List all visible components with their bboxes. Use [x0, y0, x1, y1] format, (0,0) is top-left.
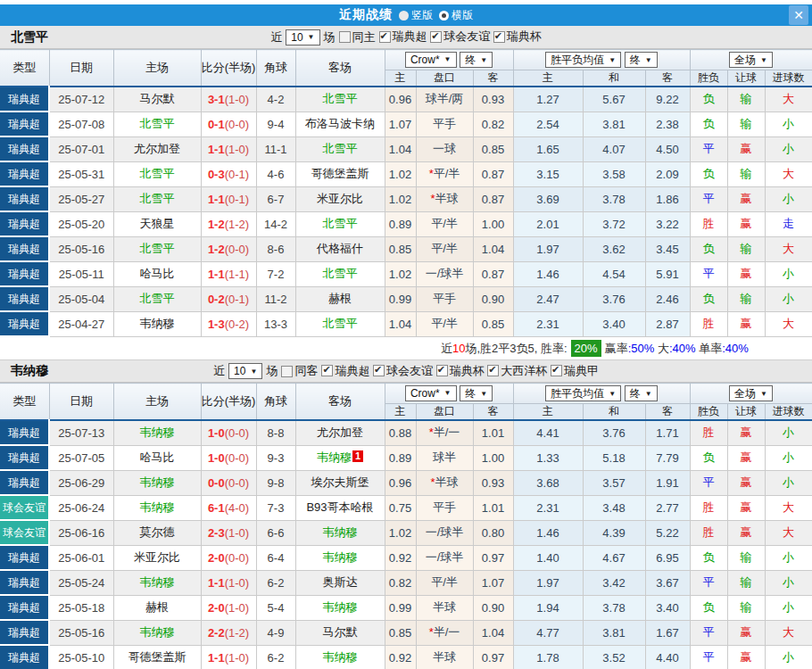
odds-final-select[interactable]: 终▼ [460, 52, 493, 68]
home-team-cell: 韦纳穆 [113, 495, 201, 520]
halftime-score: (1-2) [225, 218, 249, 231]
score-cell: 6-1(4-0) [201, 495, 256, 520]
section2-filters: 近 10 ▼ 场 同客 瑞典超 球会友谊 瑞典杯 大西洋杯 [213, 363, 599, 380]
bookmaker-select[interactable]: Crow*▼ [405, 52, 457, 68]
score-cell: 1-2(1-2) [201, 211, 256, 236]
away-team-name: 韦纳穆 [323, 525, 358, 539]
league-checkbox-option[interactable]: 大西洋杯 [487, 363, 547, 379]
match-row: 瑞典超 25-05-27 北雪平 1-1(0-1) 6-7 米亚尔比 1.02 … [0, 186, 812, 211]
odds-away: 0.97 [473, 545, 513, 570]
home-team-cell: 北雪平 [113, 186, 201, 211]
avg-group-header: 胜平负均值▼ 终▼ [513, 384, 690, 404]
wdl-result: 胜 [690, 211, 727, 236]
checkbox-checked-icon[interactable] [430, 31, 442, 43]
avg-final-select[interactable]: 终▼ [625, 385, 658, 401]
avg-home: 1.94 [513, 595, 583, 620]
match-count-value: 10 [291, 31, 302, 44]
odds-home: 1.02 [385, 520, 416, 545]
away-team-cell: 尤尔加登 [295, 420, 385, 445]
handicap-cell: 平/半 [416, 236, 473, 261]
match-date: 25-06-16 [49, 520, 113, 545]
home-team-cell: 韦纳穆 [113, 620, 201, 645]
handicap-value: 平/半 [434, 167, 460, 180]
away-team-cell: 韦纳穆 [295, 545, 385, 570]
col-home: 主场 [113, 50, 201, 87]
radio-unchecked-icon[interactable] [399, 11, 409, 21]
match-count-select[interactable]: 10 ▼ [286, 29, 319, 45]
fulltime-value: 全场 [734, 386, 756, 401]
handicap-value: 平/半 [431, 575, 458, 589]
avg-home: 2.01 [513, 211, 583, 236]
checkbox-unchecked-icon[interactable] [339, 31, 351, 43]
league-checkbox-option[interactable]: 瑞典甲 [551, 363, 599, 379]
league-checkbox-option[interactable]: 瑞典超 [321, 363, 369, 379]
checkbox-checked-icon[interactable] [379, 31, 391, 43]
match-type: 瑞典超 [0, 87, 49, 112]
checkbox-checked-icon[interactable] [551, 365, 562, 376]
odds-home: 0.88 [385, 420, 416, 445]
col-away: 客场 [295, 50, 385, 87]
avg-draw: 4.39 [583, 520, 645, 545]
odds-away: 0.87 [473, 161, 513, 186]
same-venue-checkbox-option[interactable]: 同主 [339, 29, 376, 45]
handicap-cell: 平/半 [416, 570, 473, 595]
checkbox-checked-icon[interactable] [373, 365, 385, 376]
bookmaker-select[interactable]: Crow*▼ [405, 385, 457, 401]
checkbox-checked-icon[interactable] [493, 31, 505, 43]
league-checkbox-option[interactable]: 瑞典杯 [436, 363, 485, 379]
league-checkbox-option[interactable]: 球会友谊 [430, 29, 490, 45]
sub-avg-away: 客 [645, 404, 690, 421]
league-checkbox-option[interactable]: 球会友谊 [373, 363, 433, 379]
team1-table-body: 瑞典超 25-07-12 马尔默 3-1(1-0) 4-2 北雪平 0.96 球… [0, 87, 812, 336]
summary-segment: 单率 [696, 342, 723, 355]
layout-horizontal-option[interactable]: 横版 [439, 8, 473, 23]
away-team-cell: 北雪平 [295, 87, 385, 112]
col-score: 比分(半场) [201, 50, 256, 87]
handicap-result: 输 [727, 87, 765, 112]
match-row: 瑞典超 25-07-01 尤尔加登 1-1(1-0) 11-1 北雪平 1.04… [0, 136, 812, 161]
radio-checked-icon[interactable] [439, 11, 449, 21]
fulltime-score: 0-1 [208, 118, 225, 131]
chevron-down-icon: ▼ [444, 389, 452, 397]
same-venue-checkbox-option[interactable]: 同客 [281, 363, 318, 379]
league-label: 球会友谊 [386, 363, 433, 379]
match-type: 瑞典超 [0, 186, 49, 211]
layout-vertical-label: 竖版 [411, 8, 433, 23]
match-row: 瑞典超 25-05-31 北雪平 0-3(0-1) 4-6 哥德堡盖斯 1.02… [0, 161, 812, 186]
avg-select[interactable]: 胜平负均值▼ [545, 385, 621, 401]
col-home: 主场 [113, 384, 201, 421]
handicap-result: 输 [727, 286, 765, 311]
odds-away: 0.87 [473, 186, 513, 211]
odds-final-select[interactable]: 终▼ [460, 385, 493, 401]
wdl-result: 负 [690, 545, 727, 570]
odds-away: 0.87 [473, 261, 513, 286]
checkbox-checked-icon[interactable] [436, 365, 448, 376]
league-checkbox-option[interactable]: 瑞典杯 [493, 29, 542, 45]
avg-home: 1.97 [513, 570, 583, 595]
chevron-down-icon: ▼ [480, 56, 487, 64]
avg-home: 4.41 [513, 420, 583, 445]
sub-avg-away: 客 [645, 70, 690, 87]
sub-avg-home: 主 [513, 404, 583, 421]
goals-result: 大 [765, 520, 812, 545]
away-team-name: 赫根 [328, 292, 352, 305]
match-row: 瑞典超 25-07-13 韦纳穆 1-0(0-0) 8-8 尤尔加登 0.88 … [0, 420, 812, 445]
avg-select[interactable]: 胜平负均值▼ [545, 52, 621, 68]
avg-away: 2.46 [645, 286, 690, 311]
avg-away: 3.22 [645, 211, 690, 236]
fulltime-select[interactable]: 全场▼ [729, 52, 773, 68]
avg-final-select[interactable]: 终▼ [625, 52, 658, 68]
fulltime-select[interactable]: 全场▼ [729, 385, 773, 401]
checkbox-checked-icon[interactable] [321, 365, 333, 376]
fulltime-value: 全场 [734, 53, 756, 68]
match-count-select[interactable]: 10 ▼ [228, 363, 262, 379]
match-date: 25-07-12 [49, 87, 113, 112]
league-checkbox-option[interactable]: 瑞典超 [379, 29, 427, 45]
layout-vertical-option[interactable]: 竖版 [399, 8, 433, 23]
checkbox-checked-icon[interactable] [487, 365, 499, 376]
col-score: 比分(半场) [201, 384, 256, 421]
close-icon[interactable]: ✕ [789, 5, 808, 25]
odds-home: 0.96 [385, 470, 416, 495]
checkbox-unchecked-icon[interactable] [281, 366, 293, 377]
handicap-cell: *半球 [416, 186, 473, 211]
